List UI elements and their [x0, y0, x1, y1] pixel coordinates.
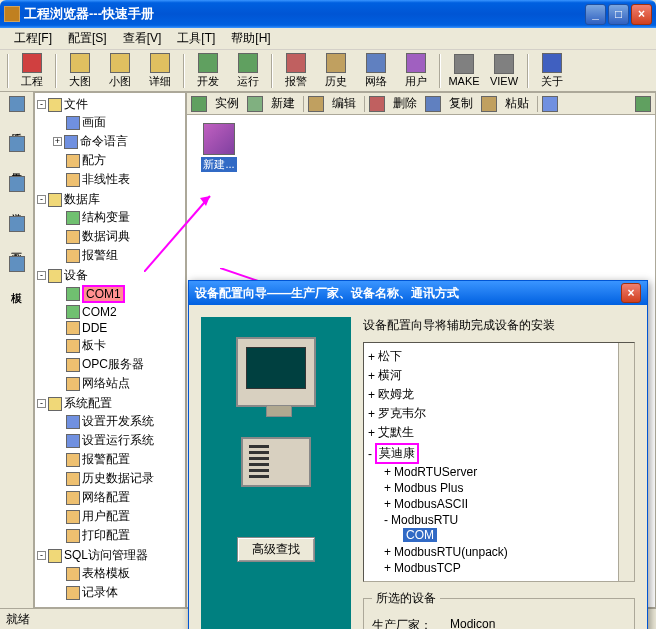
vtab-icon-system[interactable]: [9, 96, 25, 112]
rtb-instance[interactable]: 实例: [211, 94, 243, 113]
project-tree[interactable]: -文件 画面 +命令语言 配方 非线性表 -数据库 结构变量 数据词典 报警组 …: [34, 92, 186, 608]
tb-network[interactable]: 网络: [356, 52, 396, 90]
tree-nonlinear[interactable]: 非线性表: [82, 171, 130, 188]
minimize-button[interactable]: _: [585, 4, 606, 25]
tree-device[interactable]: 设备: [64, 267, 88, 284]
menu-help[interactable]: 帮助[H]: [223, 28, 278, 49]
tb-about[interactable]: 关于: [532, 52, 572, 90]
wizard-title: 设备配置向导——生产厂家、设备名称、通讯方式: [195, 285, 621, 302]
tb-user[interactable]: 用户: [396, 52, 436, 90]
tree-opc[interactable]: OPC服务器: [82, 356, 144, 373]
rtb-back-icon[interactable]: [191, 96, 207, 112]
tree-sysconfig[interactable]: 系统配置: [64, 395, 112, 412]
vtab-icon-template[interactable]: [9, 256, 25, 272]
tree-com1[interactable]: COM1: [82, 285, 125, 303]
tb-detail[interactable]: 详细: [140, 52, 180, 90]
dev-modbusplus[interactable]: Modbus Plus: [394, 481, 463, 495]
tree-printcfg[interactable]: 打印配置: [82, 527, 130, 544]
tree-alarmgroup[interactable]: 报警组: [82, 247, 118, 264]
rtb-paste[interactable]: 粘贴: [501, 94, 533, 113]
vendor-modicon[interactable]: 莫迪康: [375, 443, 419, 464]
plc-icon: [241, 437, 311, 487]
tree-histdata[interactable]: 历史数据记录: [82, 470, 154, 487]
manuf-value: Modicon: [450, 617, 495, 629]
rtb-edit[interactable]: 编辑: [328, 94, 360, 113]
tree-file[interactable]: 文件: [64, 96, 88, 113]
rtb-new-icon[interactable]: [247, 96, 263, 112]
menu-tools[interactable]: 工具[T]: [169, 28, 223, 49]
wizard-close-button[interactable]: ×: [621, 283, 641, 303]
tree-alarmcfg[interactable]: 报警配置: [82, 451, 130, 468]
vtab-var[interactable]: 变量: [7, 160, 26, 168]
vtab-template[interactable]: 模板: [7, 280, 26, 288]
vendor-yokogawa[interactable]: 横河: [378, 367, 402, 384]
vtab-icon-screen[interactable]: [9, 216, 25, 232]
new-item-icon: [203, 123, 235, 155]
vtab-icon-var[interactable]: [9, 136, 25, 152]
tree-cmd[interactable]: 命令语言: [80, 133, 128, 150]
tree-recipe[interactable]: 配方: [82, 152, 106, 169]
vendor-rockwell[interactable]: 罗克韦尔: [378, 405, 426, 422]
tree-devsys[interactable]: 设置开发系统: [82, 413, 154, 430]
vtab-screen[interactable]: 画面: [7, 240, 26, 248]
vendor-tree-scrollbar[interactable]: [618, 343, 634, 581]
tree-dict[interactable]: 数据词典: [82, 228, 130, 245]
tree-record[interactable]: 记录体: [82, 584, 118, 601]
maximize-button[interactable]: □: [608, 4, 629, 25]
vtab-icon-site[interactable]: [9, 176, 25, 192]
selected-device-group: 所选的设备 生产厂家：Modicon 设备名称：ModbusRTU 通信描述：C…: [363, 590, 635, 629]
window-buttons: _ □ ×: [585, 4, 652, 25]
tb-make[interactable]: MAKE: [444, 52, 484, 90]
vtab-system[interactable]: 系统: [7, 120, 26, 128]
menu-config[interactable]: 配置[S]: [60, 28, 115, 49]
vendor-omron[interactable]: 欧姆龙: [378, 386, 414, 403]
dev-modbusrtu[interactable]: ModbusRTU: [391, 513, 458, 527]
content-item-new[interactable]: 新建...: [197, 123, 241, 172]
rtb-export-icon[interactable]: [635, 96, 651, 112]
rtb-del-icon[interactable]: [369, 96, 385, 112]
tree-netcfg[interactable]: 网络配置: [82, 489, 130, 506]
rtb-edit-icon[interactable]: [308, 96, 324, 112]
status-text: 就绪: [6, 611, 30, 628]
tb-run[interactable]: 运行: [228, 52, 268, 90]
tb-view[interactable]: VIEW: [484, 52, 524, 90]
rtb-copy-icon[interactable]: [425, 96, 441, 112]
tree-screen[interactable]: 画面: [82, 114, 106, 131]
close-button[interactable]: ×: [631, 4, 652, 25]
tb-alarm[interactable]: 报警: [276, 52, 316, 90]
rtb-copy[interactable]: 复制: [445, 94, 477, 113]
dev-modbusascii[interactable]: ModbusASCII: [394, 497, 468, 511]
dev-modbustcp[interactable]: ModbusTCP: [394, 561, 461, 575]
tree-sql[interactable]: SQL访问管理器: [64, 547, 148, 564]
menu-view[interactable]: 查看[V]: [115, 28, 170, 49]
tree-struct[interactable]: 结构变量: [82, 209, 130, 226]
comm-com[interactable]: COM: [403, 528, 437, 542]
wizard-titlebar[interactable]: 设备配置向导——生产厂家、设备名称、通讯方式 ×: [189, 281, 647, 305]
tree-dde[interactable]: DDE: [82, 321, 107, 335]
tree-usercfg[interactable]: 用户配置: [82, 508, 130, 525]
tb-dev[interactable]: 开发: [188, 52, 228, 90]
menu-project[interactable]: 工程[F]: [6, 28, 60, 49]
vendor-panasonic[interactable]: 松下: [378, 348, 402, 365]
tree-tabletpl[interactable]: 表格模板: [82, 565, 130, 582]
dev-modbusrtu-unpack[interactable]: ModbusRTU(unpack): [394, 545, 508, 559]
tree-card[interactable]: 板卡: [82, 337, 106, 354]
advanced-search-button[interactable]: 高级查找: [237, 537, 315, 562]
vendor-emerson[interactable]: 艾默生: [378, 424, 414, 441]
tb-project[interactable]: 工程: [12, 52, 52, 90]
tb-bigicon[interactable]: 大图: [60, 52, 100, 90]
tb-smallicon[interactable]: 小图: [100, 52, 140, 90]
rtb-paste-icon[interactable]: [481, 96, 497, 112]
rtb-more-icon[interactable]: [542, 96, 558, 112]
vtab-site[interactable]: 站点: [7, 200, 26, 208]
tree-com2[interactable]: COM2: [82, 305, 117, 319]
dev-modrtuserver[interactable]: ModRTUServer: [394, 465, 477, 479]
app-icon: [4, 6, 20, 22]
tree-runsys[interactable]: 设置运行系统: [82, 432, 154, 449]
tree-netsite[interactable]: 网络站点: [82, 375, 130, 392]
vendor-tree[interactable]: +松下 +横河 +欧姆龙 +罗克韦尔 +艾默生 -莫迪康 +ModRTUServ…: [363, 342, 635, 582]
tb-history[interactable]: 历史: [316, 52, 356, 90]
rtb-del[interactable]: 删除: [389, 94, 421, 113]
tree-db[interactable]: 数据库: [64, 191, 100, 208]
rtb-new[interactable]: 新建: [267, 94, 299, 113]
